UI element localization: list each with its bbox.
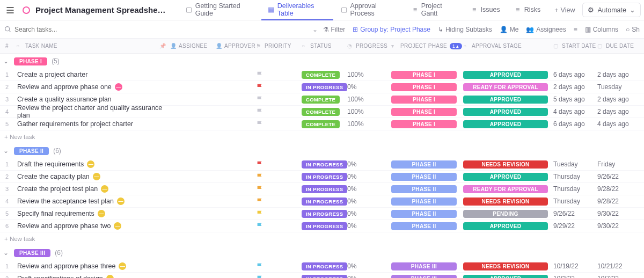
phase-cell[interactable]: PHASE I [391, 71, 463, 79]
group-phase-pill[interactable]: PHASE I [14, 57, 47, 65]
phase-cell[interactable]: PHASE I [391, 108, 463, 116]
table-row[interactable]: 3Create the project test plan—IN PROGRES… [0, 183, 644, 195]
due-date-cell[interactable]: 2 days ago [597, 71, 636, 78]
start-date-cell[interactable]: 2 days ago [553, 83, 597, 91]
approval-cell[interactable]: READY FOR APPROVAL [463, 185, 553, 193]
table-row[interactable]: 5Specify final requirements—IN PROGRESS0… [0, 208, 644, 220]
status-cell[interactable]: IN PROGRESS [302, 222, 347, 230]
group-phase-pill[interactable]: PHASE III [14, 249, 50, 257]
new-task-button[interactable]: + New task [0, 232, 644, 245]
table-row[interactable]: 5Gather requirements for project charter… [0, 118, 644, 130]
priority-cell[interactable] [256, 108, 302, 115]
status-cell[interactable]: COMPLETE [302, 71, 347, 79]
status-cell[interactable]: IN PROGRESS [302, 262, 347, 270]
status-cell[interactable]: IN PROGRESS [302, 160, 347, 169]
due-date-cell[interactable]: 9/30/22 [597, 210, 636, 217]
priority-cell[interactable] [256, 160, 302, 168]
col-phase[interactable]: ▾PROJECT PHASE1▴ [391, 43, 463, 49]
due-date-cell[interactable]: 9/30/22 [597, 222, 636, 230]
group-phase-pill[interactable]: PHASE II [14, 147, 49, 155]
phase-cell[interactable]: PHASE II [391, 185, 463, 193]
show-button[interactable]: ○Sh [626, 26, 640, 33]
task-name-cell[interactable]: Review and approve phase three— [12, 262, 170, 270]
due-date-cell[interactable]: Tuesday [597, 83, 636, 91]
phase-cell[interactable]: PHASE II [391, 210, 463, 218]
add-view-button[interactable]: + View [549, 6, 580, 14]
due-date-cell[interactable]: 10/7/22 [597, 275, 636, 278]
task-name-cell[interactable]: Review the acceptance test plan— [12, 197, 170, 205]
status-cell[interactable]: COMPLETE [302, 96, 347, 104]
start-date-cell[interactable]: Thursday [553, 197, 597, 205]
phase-cell[interactable]: PHASE I [391, 120, 463, 128]
tab-project-gantt[interactable]: ≡Project Gantt [405, 0, 463, 20]
approval-cell[interactable]: NEEDS REVISION [463, 160, 553, 169]
status-cell[interactable]: COMPLETE [302, 108, 347, 116]
caret-down-icon[interactable]: ⌄ [2, 147, 10, 155]
group-by-button[interactable]: ⊞Group by: Project Phase [353, 26, 430, 33]
approval-cell[interactable]: APPROVED [463, 108, 553, 116]
columns-button[interactable]: ▥Columns [585, 26, 618, 33]
progress-cell[interactable]: 100% [347, 108, 391, 115]
due-date-cell[interactable]: 10/21/22 [597, 262, 636, 270]
due-date-cell[interactable]: 9/28/22 [597, 197, 636, 205]
col-start[interactable]: ▢START DATE [553, 43, 597, 49]
due-date-cell[interactable]: 2 days ago [597, 108, 636, 115]
start-date-cell[interactable]: 6 days ago [553, 71, 597, 78]
table-row[interactable]: 2Review and approve phase one—IN PROGRES… [0, 81, 644, 93]
tab-getting-started-guide[interactable]: ▢Getting Started Guide [179, 0, 260, 20]
task-name-cell[interactable]: Create the project test plan— [12, 185, 170, 193]
chevron-down-icon[interactable]: ⌄ [312, 26, 318, 33]
task-name-cell[interactable]: Create the capacity plan— [12, 173, 170, 180]
due-date-cell[interactable]: 4 days ago [597, 120, 636, 128]
progress-cell[interactable]: 0% [347, 185, 391, 193]
due-date-cell[interactable]: 9/28/22 [597, 185, 636, 193]
start-date-cell[interactable]: Thursday [553, 173, 597, 180]
list-icon[interactable]: ≡ [574, 26, 577, 33]
caret-down-icon[interactable]: ⌄ [2, 57, 10, 65]
start-date-cell[interactable]: 6 days ago [553, 120, 597, 128]
col-approver[interactable]: 👤APPROVER [216, 43, 256, 49]
task-name-cell[interactable]: Create a quality assurance plan [12, 96, 170, 103]
task-name-cell[interactable]: Create a project charter [12, 71, 170, 78]
approval-cell[interactable]: READY FOR APPROVAL [463, 83, 553, 91]
status-cell[interactable]: IN PROGRESS [302, 197, 347, 206]
subtasks-button[interactable]: ↳Hiding Subtasks [438, 26, 492, 33]
progress-cell[interactable]: 100% [347, 71, 391, 78]
approval-cell[interactable]: APPROVED [463, 275, 553, 279]
status-cell[interactable]: IN PROGRESS [302, 173, 347, 181]
phase-cell[interactable]: PHASE I [391, 96, 463, 104]
start-date-cell[interactable]: Tuesday [553, 160, 597, 168]
status-cell[interactable]: COMPLETE [302, 120, 347, 128]
col-progress[interactable]: ◔PROGRESS [347, 43, 391, 49]
priority-cell[interactable] [256, 222, 302, 230]
task-name-cell[interactable]: Draft specifications of design— [12, 275, 170, 278]
task-name-cell[interactable]: Review and approve phase two— [12, 222, 170, 230]
approval-cell[interactable]: PENDING [463, 210, 553, 218]
start-date-cell[interactable]: 10/3/22 [553, 275, 597, 278]
tab-approval-process[interactable]: ▢Approval Process [334, 0, 404, 20]
filter-button[interactable]: ⚗Filter [323, 26, 346, 33]
approval-cell[interactable]: APPROVED [463, 96, 553, 104]
progress-cell[interactable]: 100% [347, 120, 391, 128]
priority-cell[interactable] [256, 275, 302, 278]
due-date-cell[interactable]: 2 days ago [597, 96, 636, 103]
status-cell[interactable]: IN PROGRESS [302, 210, 347, 218]
col-due[interactable]: ▢DUE DATE [597, 43, 636, 49]
tab-risks[interactable]: ≡Risks [508, 0, 547, 20]
task-name-cell[interactable]: Specify final requirements— [12, 210, 170, 217]
start-date-cell[interactable]: 10/19/22 [553, 262, 597, 270]
start-date-cell[interactable]: 5 days ago [553, 96, 597, 103]
table-row[interactable]: 2Draft specifications of design—IN PROGR… [0, 273, 644, 278]
progress-cell[interactable]: 100% [347, 96, 391, 103]
priority-cell[interactable] [256, 173, 302, 180]
priority-cell[interactable] [256, 71, 302, 78]
table-row[interactable]: 2Create the capacity plan—IN PROGRESS0%P… [0, 171, 644, 183]
status-cell[interactable]: IN PROGRESS [302, 185, 347, 193]
caret-down-icon[interactable]: ⌄ [2, 249, 10, 257]
col-assignee[interactable]: 👤ASSIGNEE [170, 43, 216, 49]
approval-cell[interactable]: APPROVED [463, 120, 553, 128]
col-num[interactable]: # [0, 43, 12, 49]
status-cell[interactable]: IN PROGRESS [302, 83, 347, 91]
progress-cell[interactable]: 0% [347, 222, 391, 230]
priority-cell[interactable] [256, 120, 302, 128]
